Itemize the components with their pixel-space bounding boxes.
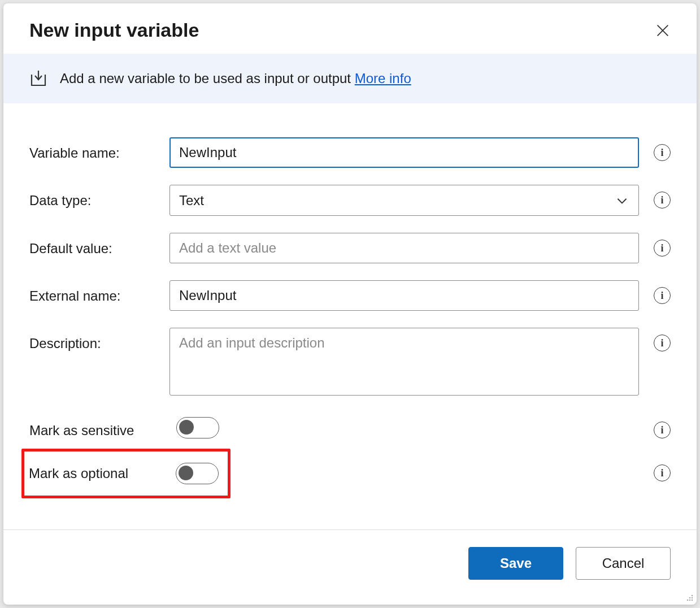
mark-sensitive-label: Mark as sensitive [29, 415, 176, 438]
cancel-button[interactable]: Cancel [576, 547, 671, 580]
field-default-value: Default value: i [29, 233, 671, 263]
svg-point-5 [692, 597, 693, 599]
field-data-type: Data type: Text i [29, 185, 671, 216]
field-external-name: External name: i [29, 280, 671, 311]
mark-optional-label: Mark as optional [29, 466, 176, 481]
chevron-down-icon [615, 193, 629, 208]
svg-point-3 [692, 595, 693, 597]
info-icon[interactable]: i [654, 240, 671, 257]
import-icon [29, 70, 47, 88]
toggle-thumb [179, 466, 193, 480]
external-name-input[interactable] [169, 280, 639, 311]
info-icon[interactable]: i [654, 422, 671, 438]
save-button[interactable]: Save [468, 547, 563, 580]
mark-sensitive-toggle[interactable] [176, 417, 219, 438]
field-mark-sensitive: Mark as sensitive i [29, 415, 671, 438]
more-info-link[interactable]: More info [355, 71, 411, 86]
svg-point-8 [692, 600, 693, 601]
default-value-input[interactable] [169, 233, 639, 263]
toggle-thumb [179, 420, 194, 435]
dialog-title: New input variable [29, 19, 199, 41]
mark-optional-toggle[interactable] [176, 463, 219, 484]
svg-point-7 [689, 600, 691, 601]
info-icon[interactable]: i [654, 144, 671, 161]
description-label: Description: [29, 328, 169, 351]
close-button[interactable] [655, 23, 671, 38]
info-icon[interactable]: i [654, 192, 671, 209]
info-bar-text: Add a new variable to be used as input o… [60, 71, 411, 86]
info-bar: Add a new variable to be used as input o… [3, 54, 697, 103]
info-icon[interactable]: i [654, 335, 671, 351]
svg-point-6 [687, 600, 689, 601]
svg-point-4 [689, 597, 691, 599]
data-type-select[interactable]: Text [169, 185, 639, 216]
info-icon[interactable]: i [654, 287, 671, 304]
variable-name-input[interactable] [169, 137, 639, 168]
resize-grip-icon[interactable] [684, 592, 694, 602]
dialog-footer: Save Cancel [3, 529, 697, 605]
close-icon [655, 23, 671, 38]
description-input[interactable] [169, 328, 639, 396]
dialog-header: New input variable [3, 3, 697, 54]
default-value-label: Default value: [29, 233, 169, 257]
field-description: Description: i [29, 328, 671, 398]
data-type-value: Text [179, 193, 204, 209]
dialog-body: Variable name: i Data type: Text i Defau… [3, 103, 697, 529]
mark-optional-highlight: Mark as optional [21, 449, 231, 498]
field-variable-name: Variable name: i [29, 137, 671, 168]
data-type-label: Data type: [29, 185, 169, 209]
new-input-variable-dialog: New input variable Add a new variable to… [3, 3, 697, 605]
field-mark-optional-row: Mark as optional i [29, 449, 671, 498]
info-icon[interactable]: i [654, 464, 671, 481]
variable-name-label: Variable name: [29, 137, 169, 161]
external-name-label: External name: [29, 280, 169, 304]
